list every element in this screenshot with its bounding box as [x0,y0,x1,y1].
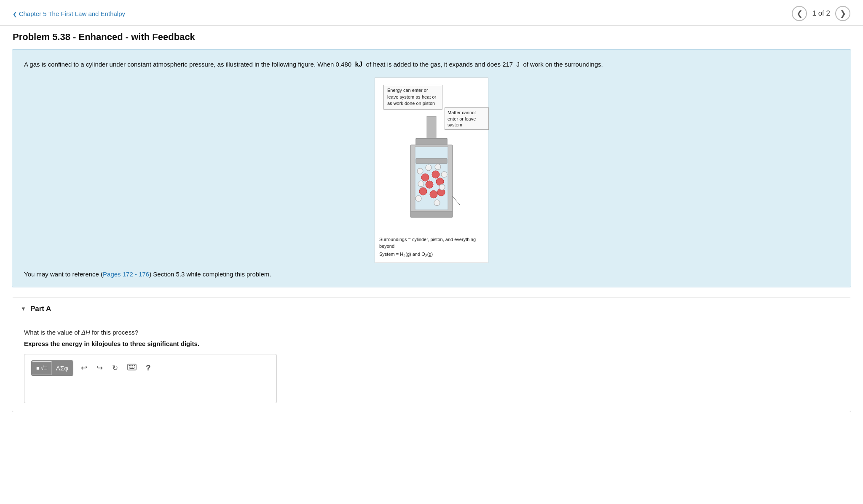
reference-after: ) Section 5.3 while completing this prob… [149,271,271,278]
svg-point-7 [432,171,440,178]
prev-page-button[interactable]: ❮ [792,6,807,21]
pagination-text: 1 of 2 [812,9,830,18]
callout-top: Energy can enter or leave system as heat… [383,85,442,109]
help-button[interactable]: ? [144,361,153,375]
svg-point-6 [421,174,429,181]
svg-point-20 [434,200,440,206]
svg-rect-23 [129,365,130,366]
svg-point-18 [439,184,445,190]
svg-point-8 [426,181,433,188]
svg-rect-28 [130,367,131,367]
reset-button[interactable]: ↻ [110,361,120,375]
redo-button[interactable]: ↪ [95,361,105,375]
pagination: ❮ 1 of 2 ❯ [792,6,850,21]
context-text-after: of work on the surroundings. [523,61,603,68]
svg-rect-5 [416,158,447,164]
greek-label: ΑΣφ [56,365,68,372]
part-a-body: What is the value of ΔH for this process… [12,320,851,412]
problem-context: A gas is confined to a cylinder under co… [12,49,851,287]
svg-point-17 [418,181,424,187]
svg-rect-26 [134,365,135,366]
svg-point-19 [415,196,421,201]
svg-rect-24 [130,365,131,366]
svg-rect-4 [410,212,453,217]
diagram-labels: Surroundings = cylinder, piston, and eve… [375,234,488,263]
svg-rect-25 [132,365,133,366]
math-square-icon: ■ [36,365,40,371]
problem-title: Problem 5.38 - Enhanced - with Feedback [13,32,850,43]
answer-input[interactable] [31,381,270,396]
diagram-container: Energy can enter or leave system as heat… [24,78,839,263]
next-page-button[interactable]: ❯ [835,6,850,21]
diagram-box: Energy can enter or leave system as heat… [375,78,488,263]
part-a-header[interactable]: ▼ Part A [12,298,851,320]
keyboard-button[interactable] [126,361,138,375]
svg-point-10 [419,188,427,195]
svg-point-14 [426,165,432,171]
answer-toolbar: ■ √□ ΑΣφ ↩ ↪ ↻ [31,360,270,376]
context-text-before: A gas is confined to a cylinder under co… [24,61,351,68]
undo-button[interactable]: ↩ [79,361,89,375]
delta-h-symbol: ΔH [81,329,90,336]
svg-point-16 [441,172,447,177]
svg-rect-31 [129,368,134,369]
answer-box: ■ √□ ΑΣφ ↩ ↪ ↻ [24,354,277,403]
context-j-value: J [517,61,520,68]
context-paragraph: A gas is confined to a cylinder under co… [24,59,839,70]
svg-rect-27 [129,367,130,367]
svg-rect-29 [132,367,133,367]
callout-right: Matter cannot enter or leave system [445,107,489,130]
svg-point-15 [435,164,441,170]
part-a-section: ▼ Part A What is the value of ΔH for thi… [12,298,851,412]
breadcrumb-link[interactable]: Chapter 5 The First Law and Enthalpy [13,10,125,17]
express-instruction: Express the energy in kilojoules to thre… [24,340,839,347]
math-toolbar-group: ■ √□ ΑΣφ [31,360,73,376]
system-label: System = H2(g) and O2(g) [379,251,484,259]
greek-symbol-button[interactable]: ΑΣφ [51,361,72,375]
chevron-down-icon: ▼ [21,306,26,312]
svg-rect-30 [134,367,135,367]
part-a-title: Part A [30,305,51,313]
reference-link[interactable]: Pages 172 - 176 [103,271,149,278]
math-template-button[interactable]: ■ √□ [32,362,51,375]
reference-text: You may want to reference (Pages 172 - 1… [24,271,839,278]
svg-line-21 [453,196,460,205]
svg-point-13 [417,168,423,174]
svg-point-11 [430,190,437,198]
context-kj-value: kJ [355,61,362,68]
surroundings-label: Surroundings = cylinder, piston, and eve… [379,236,484,250]
math-sqrt-icon: √□ [41,365,47,371]
reference-before: You may want to reference ( [24,271,103,278]
question-text: What is the value of ΔH for this process… [24,329,839,336]
svg-rect-0 [427,116,436,139]
context-text-mid: of heat is added to the gas, it expands … [366,61,513,68]
